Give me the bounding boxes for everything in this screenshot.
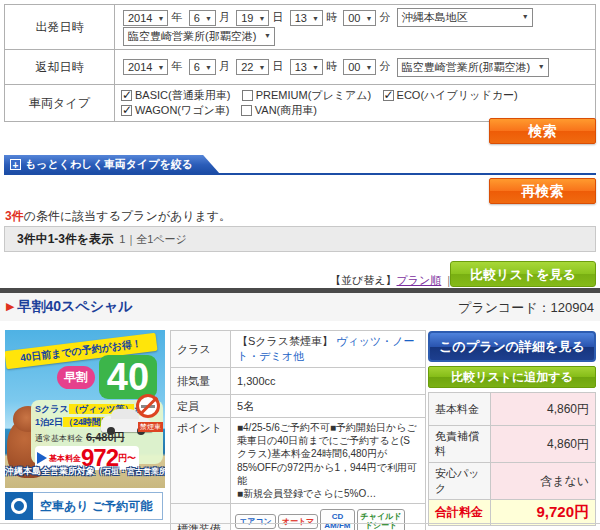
displacement-label: 排気量 — [171, 368, 231, 395]
return-hour-select[interactable]: 13 — [290, 59, 323, 75]
price-table: 基本料金 4,860円 免責補償料 4,860円 安心パック 含まない 合計料金… — [428, 392, 596, 526]
total-fee-label: 合計料金 — [429, 500, 491, 526]
capacity-label: 定員 — [171, 395, 231, 418]
plan-code: プランコード：120904 — [458, 299, 594, 317]
chevron-down-icon — [253, 12, 265, 24]
plan-spec-table: クラス 【Sクラス禁煙車】 ヴィッツ・ノート・デミオ他 排気量 1,300cc … — [170, 330, 426, 530]
checkbox-van[interactable] — [241, 105, 252, 116]
point-row: ポイント ■4/25-5/6ご予約不可■予約開始日からご乗車日の40日前までにご… — [171, 418, 426, 504]
displacement-row: 排気量 1,300cc — [171, 368, 426, 395]
return-year-select[interactable]: 2014 — [123, 59, 168, 75]
badge-cd-amfm: CD AM/FM — [320, 509, 354, 530]
plan-header: 早割40スペシャル プランコード：120904 — [0, 293, 600, 321]
return-month-select[interactable]: 6 — [189, 59, 216, 75]
class-label: クラス — [171, 331, 231, 368]
departure-year-select[interactable]: 2014 — [123, 10, 168, 26]
chevron-down-icon — [360, 12, 372, 24]
ribbon-underline — [4, 173, 596, 175]
vehicle-type-row: 車両タイプ BASIC(普通乗用車) PREMIUM(プレミアム) ECO(ハイ… — [5, 85, 596, 122]
hour-unit: 時 — [326, 11, 337, 23]
checkbox-premium[interactable] — [242, 90, 253, 101]
anshin-pack-value: 含まない — [491, 463, 596, 500]
base-fee-value: 4,860円 — [491, 393, 596, 426]
year-unit: 年 — [171, 11, 182, 23]
anshin-pack-row: 安心パック 含まない — [429, 463, 596, 500]
vehicle-type-label: 車両タイプ — [5, 85, 115, 122]
vehicle-type-basic[interactable]: BASIC(普通乗用車) — [121, 89, 230, 101]
total-fee-row: 合計料金 9,720円 — [429, 500, 596, 526]
equipment-row: 標準装備 エアコンオートマCD AM/FMチャイルド ドシートETCカーナビ — [171, 504, 426, 530]
departure-day-select[interactable]: 19 — [236, 10, 269, 26]
vehicle-type-premium[interactable]: PREMIUM(プレミアム) — [242, 89, 372, 101]
chevron-down-icon — [200, 61, 212, 73]
class-row: クラス 【Sクラス禁煙車】 ヴィッツ・ノート・デミオ他 — [171, 331, 426, 368]
chevron-down-icon — [152, 12, 164, 24]
page-indicator[interactable]: 1｜全1ページ — [119, 233, 187, 245]
return-minute-select[interactable]: 00 — [343, 59, 376, 75]
promo-image[interactable]: 40日前までの予約がお得！ 早割 40 Sクラス（ヴィッツ等）が 1泊2日（24… — [5, 330, 165, 488]
badge-aircon: エアコン — [235, 514, 276, 529]
anshin-pack-label: 安心パック — [429, 463, 491, 500]
availability-box: 空車あり ご予約可能 — [5, 492, 163, 520]
class-prefix: 【Sクラス禁煙車】 — [237, 335, 333, 347]
total-fee-value: 9,720円 — [491, 500, 596, 526]
return-day-select[interactable]: 22 — [236, 59, 269, 75]
chevron-down-icon — [360, 61, 372, 73]
capacity-row: 定員 5名 — [171, 395, 426, 418]
promo-normal-price: 通常基本料金6,480円 — [35, 430, 159, 445]
badge-childseat: チャイルド ドシート — [357, 509, 406, 530]
capacity-value: 5名 — [231, 395, 426, 418]
available-circle-icon — [5, 492, 33, 520]
search-button[interactable]: 検索 — [489, 118, 596, 144]
return-office-select[interactable]: 臨空豊崎営業所(那覇空港) — [397, 58, 549, 77]
departure-office-select[interactable]: 臨空豊崎営業所(那覇空港) — [123, 27, 275, 46]
add-to-compare-button[interactable]: 比較リストに追加する — [428, 366, 596, 388]
chevron-down-icon — [517, 10, 529, 25]
point-text-2: ■新規会員登録でさらに5%O… — [237, 487, 419, 500]
checkbox-wagon[interactable] — [121, 105, 132, 116]
plus-icon — [10, 159, 21, 170]
vehicle-type-eco[interactable]: ECO(ハイブリッドカー) — [383, 89, 518, 101]
minute-unit: 分 — [379, 11, 390, 23]
cdw-fee-row: 免責補償料 4,860円 — [429, 426, 596, 463]
displacement-value: 1,300cc — [231, 368, 426, 395]
checkbox-eco[interactable] — [383, 90, 394, 101]
point-text-1: ■4/25-5/6ご予約不可■予約開始日からご乗車日の40日前までにご予約すると… — [237, 421, 419, 487]
vehicle-type-van[interactable]: VAN(商用車) — [241, 104, 317, 116]
chevron-down-icon — [307, 12, 319, 24]
no-smoking-icon — [136, 394, 160, 418]
equipment-label: 標準装備 — [171, 504, 231, 530]
departure-label: 出発日時 — [5, 5, 115, 50]
forty-badge: 40 — [99, 355, 157, 399]
vehicle-type-wagon[interactable]: WAGON(ワゴン車) — [121, 104, 229, 116]
plan-detail-button[interactable]: このプランの詳細を見る — [428, 331, 596, 362]
base-fee-label: 基本料金 — [429, 393, 491, 426]
result-count-text: 3件の条件に該当するプランがあります。 — [5, 208, 231, 225]
refine-vehicle-type-ribbon[interactable]: もっとくわしく車両タイプを絞る — [4, 155, 219, 173]
checkbox-basic[interactable] — [121, 90, 132, 101]
plan-title[interactable]: 早割40スペシャル — [6, 298, 133, 316]
departure-hour-select[interactable]: 13 — [290, 10, 323, 26]
chevron-down-icon — [152, 61, 164, 73]
base-fee-row: 基本料金 4,860円 — [429, 393, 596, 426]
departure-minute-select[interactable]: 00 — [343, 10, 376, 26]
month-unit: 月 — [219, 11, 230, 23]
bottom-divider — [0, 523, 600, 524]
departure-month-select[interactable]: 6 — [189, 10, 216, 26]
departure-area-select[interactable]: 沖縄本島地区 — [397, 8, 533, 27]
return-row: 返却日時 2014年 6月 22日 13時 00分 臨空豊崎営業所(那覇空港) — [5, 50, 596, 85]
point-label: ポイント — [171, 418, 231, 504]
departure-row: 出発日時 2014年 6月 19日 13時 00分 沖縄本島地区 臨空豊崎営業所… — [5, 5, 596, 50]
no-smoking-label: 禁煙車 — [138, 422, 163, 432]
chevron-down-icon — [533, 60, 545, 75]
hayawari-badge: 早割 — [57, 366, 95, 389]
availability-text: 空車あり ご予約可能 — [40, 498, 152, 515]
search-form: 出発日時 2014年 6月 19日 13時 00分 沖縄本島地区 臨空豊崎営業所… — [4, 4, 596, 122]
research-button[interactable]: 再検索 — [489, 178, 596, 204]
chevron-down-icon — [200, 12, 212, 24]
sort-by-plan-link[interactable]: プラン順 — [397, 274, 442, 286]
badge-automatic: オートマ — [278, 514, 319, 529]
cdw-fee-value: 4,860円 — [491, 426, 596, 463]
chevron-down-icon — [307, 61, 319, 73]
view-compare-list-button[interactable]: 比較リストを見る — [450, 261, 596, 287]
